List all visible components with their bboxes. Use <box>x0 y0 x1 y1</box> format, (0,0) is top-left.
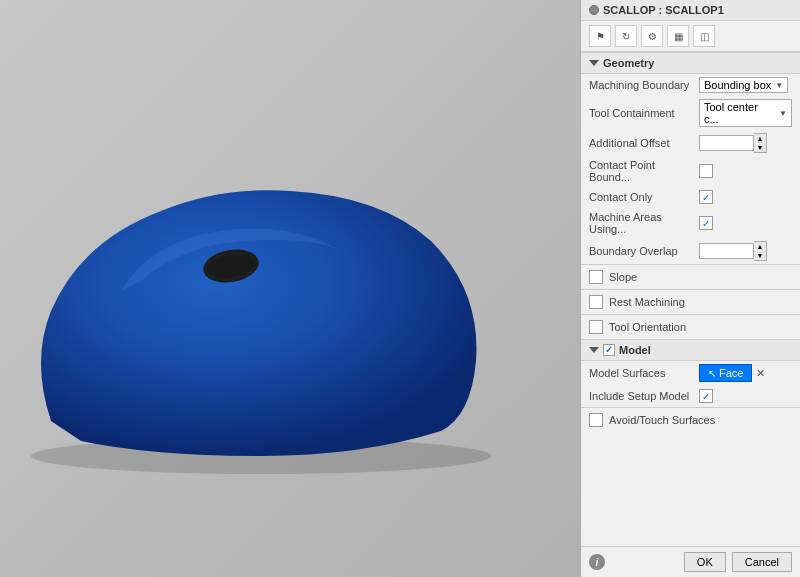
additional-offset-control[interactable]: 2 ▲ ▼ <box>699 133 792 153</box>
boundary-overlap-spinner[interactable]: ▲ ▼ <box>754 241 767 261</box>
close-icon[interactable]: ✕ <box>756 367 765 380</box>
model-section-header[interactable]: ✓ Model <box>581 339 800 361</box>
tool-orientation-checkbox[interactable] <box>589 320 603 334</box>
toolbar: ⚑ ↻ ⚙ ▦ ◫ <box>581 21 800 52</box>
machine-areas-row: Machine Areas Using... ✓ <box>581 208 800 238</box>
refresh-icon[interactable]: ↻ <box>615 25 637 47</box>
contact-only-row: Contact Only ✓ <box>581 186 800 208</box>
model-checkbox[interactable]: ✓ <box>603 344 615 356</box>
additional-offset-spinner[interactable]: ▲ ▼ <box>754 133 767 153</box>
boundary-overlap-control[interactable]: 0.3 mm ▲ ▼ <box>699 241 792 261</box>
cursor-icon: ↖ <box>708 368 716 379</box>
face-button[interactable]: ↖ Face <box>699 364 752 382</box>
slope-section[interactable]: Slope <box>581 264 800 289</box>
cancel-button[interactable]: Cancel <box>732 552 792 572</box>
flag-icon[interactable]: ⚑ <box>589 25 611 47</box>
settings-icon[interactable]: ⚙ <box>641 25 663 47</box>
contact-point-checkbox[interactable] <box>699 164 713 178</box>
rest-machining-section[interactable]: Rest Machining <box>581 289 800 314</box>
tool-containment-label: Tool Containment <box>589 107 699 119</box>
tool-orientation-label: Tool Orientation <box>609 321 686 333</box>
boundary-overlap-row: Boundary Overlap 0.3 mm ▲ ▼ <box>581 238 800 264</box>
tool-orientation-section[interactable]: Tool Orientation <box>581 314 800 339</box>
tool-containment-row: Tool Containment Tool center c... ▼ <box>581 96 800 130</box>
additional-offset-input[interactable]: 2 <box>699 135 754 151</box>
contact-point-label: Contact Point Bound... <box>589 159 699 183</box>
dropdown-arrow-icon: ▼ <box>775 81 783 90</box>
include-setup-label: Include Setup Model <box>589 390 699 402</box>
collapse-triangle-icon <box>589 60 599 66</box>
info-icon[interactable]: i <box>589 554 605 570</box>
face-button-label: Face <box>719 367 743 379</box>
boundary-overlap-input[interactable]: 0.3 mm <box>699 243 754 259</box>
machine-areas-checkbox[interactable]: ✓ <box>699 216 713 230</box>
machine-areas-control[interactable]: ✓ <box>699 216 792 230</box>
boundary-overlap-label: Boundary Overlap <box>589 245 699 257</box>
avoid-touch-checkbox[interactable] <box>589 413 603 427</box>
avoid-touch-section[interactable]: Avoid/Touch Surfaces <box>581 407 800 432</box>
model-surfaces-row: Model Surfaces ↖ Face ✕ <box>581 361 800 385</box>
avoid-touch-label: Avoid/Touch Surfaces <box>609 414 715 426</box>
collapse-triangle-icon <box>589 347 599 353</box>
panel-title: SCALLOP : SCALLOP1 <box>603 4 724 16</box>
slope-label: Slope <box>609 271 637 283</box>
spin-up-button[interactable]: ▲ <box>754 242 766 251</box>
3d-viewport[interactable] <box>0 0 580 577</box>
contact-point-control[interactable] <box>699 164 792 178</box>
contact-point-row: Contact Point Bound... <box>581 156 800 186</box>
include-setup-row: Include Setup Model ✓ <box>581 385 800 407</box>
machining-boundary-dropdown[interactable]: Bounding box ▼ <box>699 77 788 93</box>
dropdown-arrow-icon: ▼ <box>779 109 787 118</box>
status-indicator <box>589 5 599 15</box>
3d-shape <box>21 161 501 481</box>
contact-only-control[interactable]: ✓ <box>699 190 792 204</box>
slope-checkbox[interactable] <box>589 270 603 284</box>
properties-panel: SCALLOP : SCALLOP1 ⚑ ↻ ⚙ ▦ ◫ Geometry Ma… <box>580 0 800 577</box>
spin-down-button[interactable]: ▼ <box>754 143 766 152</box>
include-setup-checkbox[interactable]: ✓ <box>699 389 713 403</box>
ok-button[interactable]: OK <box>684 552 726 572</box>
contact-only-label: Contact Only <box>589 191 699 203</box>
machining-boundary-control[interactable]: Bounding box ▼ <box>699 77 792 93</box>
additional-offset-label: Additional Offset <box>589 137 699 149</box>
model-header-label: Model <box>619 344 651 356</box>
chart-icon[interactable]: ◫ <box>693 25 715 47</box>
spin-up-button[interactable]: ▲ <box>754 134 766 143</box>
tool-containment-control[interactable]: Tool center c... ▼ <box>699 99 792 127</box>
rest-machining-label: Rest Machining <box>609 296 685 308</box>
include-setup-control[interactable]: ✓ <box>699 389 792 403</box>
model-surfaces-control: ↖ Face ✕ <box>699 364 792 382</box>
additional-offset-row: Additional Offset 2 ▲ ▼ <box>581 130 800 156</box>
model-surfaces-label: Model Surfaces <box>589 367 699 379</box>
machine-areas-label: Machine Areas Using... <box>589 211 699 235</box>
machining-boundary-label: Machining Boundary <box>589 79 699 91</box>
machining-boundary-row: Machining Boundary Bounding box ▼ <box>581 74 800 96</box>
geometry-section-header[interactable]: Geometry <box>581 52 800 74</box>
table-icon[interactable]: ▦ <box>667 25 689 47</box>
contact-only-checkbox[interactable]: ✓ <box>699 190 713 204</box>
tool-containment-dropdown[interactable]: Tool center c... ▼ <box>699 99 792 127</box>
rest-machining-checkbox[interactable] <box>589 295 603 309</box>
spin-down-button[interactable]: ▼ <box>754 251 766 260</box>
bottom-bar: i OK Cancel <box>581 546 800 577</box>
title-bar: SCALLOP : SCALLOP1 <box>581 0 800 21</box>
geometry-header-label: Geometry <box>603 57 654 69</box>
